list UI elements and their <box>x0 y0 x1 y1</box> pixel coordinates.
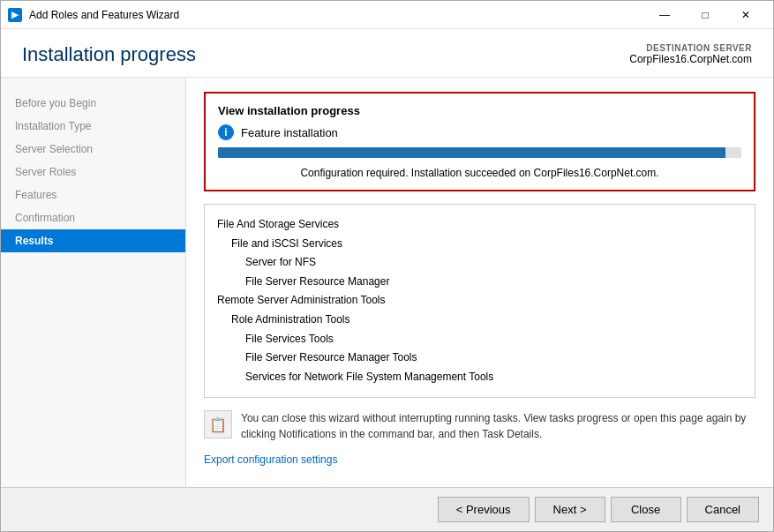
feature-list-item: File Server Resource Manager Tools <box>217 348 742 368</box>
note-text: You can close this wizard without interr… <box>241 410 755 442</box>
page-header: Installation progress DESTINATION SERVER… <box>1 29 773 78</box>
feature-install-row: i Feature installation <box>218 124 741 140</box>
window-title: Add Roles and Features Wizard <box>29 9 644 21</box>
note-icon: 📋 <box>204 410 232 438</box>
feature-list-item: File and iSCSI Services <box>217 235 742 254</box>
sidebar-item-confirmation[interactable]: Confirmation <box>1 206 185 229</box>
server-name: CorpFiles16.CorpNet.com <box>629 53 752 65</box>
close-window-button[interactable]: ✕ <box>725 1 766 29</box>
features-list-box: File And Storage ServicesFile and iSCSI … <box>204 204 755 398</box>
maximize-button[interactable]: □ <box>685 1 725 29</box>
info-note: 📋 You can close this wizard without inte… <box>204 410 755 442</box>
sidebar-item-server-roles[interactable]: Server Roles <box>1 161 185 184</box>
sidebar-item-before-you-begin[interactable]: Before you Begin <box>1 92 185 115</box>
app-icon: ▶ <box>8 8 22 22</box>
feature-install-label: Feature installation <box>241 126 338 139</box>
feature-list-item: Services for Network File System Managem… <box>217 368 742 387</box>
destination-server-info: DESTINATION SERVER CorpFiles16.CorpNet.c… <box>629 43 752 65</box>
feature-list-item: Server for NFS <box>217 253 742 273</box>
main-content: Installation progress DESTINATION SERVER… <box>1 29 773 531</box>
progress-header: View installation progress <box>218 104 741 117</box>
sidebar-item-server-selection[interactable]: Server Selection <box>1 138 185 161</box>
page-title: Installation progress <box>22 43 196 66</box>
progress-bar-container <box>218 147 741 158</box>
export-link[interactable]: Export configuration settings <box>204 453 337 466</box>
feature-list-item: File And Storage Services <box>217 215 742 235</box>
sidebar-item-features[interactable]: Features <box>1 184 185 206</box>
progress-bar-fill <box>218 147 725 158</box>
feature-list-item: Role Administration Tools <box>217 311 742 330</box>
info-icon: i <box>218 124 234 140</box>
previous-button[interactable]: < Previous <box>438 497 530 522</box>
body-area: Before you Begin Installation Type Serve… <box>1 78 773 487</box>
progress-box: View installation progress i Feature ins… <box>204 92 755 191</box>
sidebar-item-results[interactable]: Results <box>1 229 185 252</box>
feature-list-item: File Server Resource Manager <box>217 273 742 292</box>
footer: < Previous Next > Close Cancel <box>1 487 773 531</box>
content-area: View installation progress i Feature ins… <box>186 78 773 487</box>
minimize-button[interactable]: — <box>644 1 685 29</box>
sidebar: Before you Begin Installation Type Serve… <box>1 78 186 487</box>
cancel-button[interactable]: Cancel <box>687 497 759 522</box>
titlebar: ▶ Add Roles and Features Wizard — □ ✕ <box>1 1 773 29</box>
feature-list-item: Remote Server Administration Tools <box>217 291 742 311</box>
next-button[interactable]: Next > <box>535 497 605 522</box>
progress-status-text: Configuration required. Installation suc… <box>218 167 741 179</box>
wizard-window: ▶ Add Roles and Features Wizard — □ ✕ In… <box>0 0 774 532</box>
feature-list-item: File Services Tools <box>217 330 742 349</box>
destination-server-label: DESTINATION SERVER <box>629 43 752 53</box>
close-button[interactable]: Close <box>611 497 681 522</box>
sidebar-item-installation-type[interactable]: Installation Type <box>1 115 185 138</box>
window-controls: — □ ✕ <box>644 1 766 29</box>
